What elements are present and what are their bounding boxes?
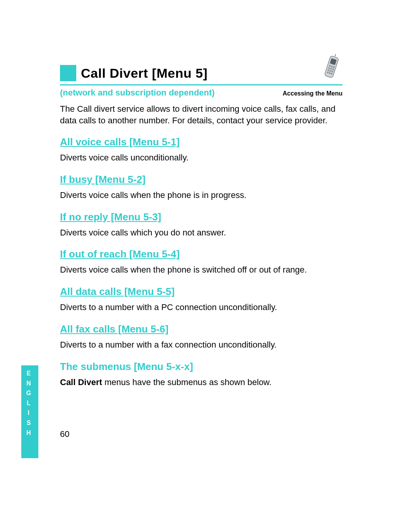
phone-icon <box>321 54 343 81</box>
subtitle: (network and subscription dependent) <box>60 88 215 98</box>
accent-square-icon <box>60 65 76 81</box>
section-heading: All fax calls [Menu 5-6] <box>60 323 168 335</box>
intro-text: The Call divert service allows to divert… <box>60 103 343 126</box>
svg-line-2 <box>335 54 336 56</box>
page-number: 60 <box>60 429 69 439</box>
page-title: Call Divert [Menu 5] <box>81 66 207 81</box>
section-body: Diverts voice calls which you do not ans… <box>60 227 343 239</box>
body-rest: menus have the submenus as shown below. <box>102 377 272 387</box>
section-heading: All data calls [Menu 5-5] <box>60 286 175 298</box>
language-tab-text: ENGLISH <box>26 368 33 438</box>
section-all-data-calls: All data calls [Menu 5-5] Diverts to a n… <box>60 286 343 313</box>
section-body: Diverts to a number with a fax connectio… <box>60 339 343 351</box>
section-body: Call Divert menus have the submenus as s… <box>60 377 343 388</box>
section-body: Diverts voice calls when the phone is in… <box>60 189 343 201</box>
section-all-voice-calls: All voice calls [Menu 5-1] Diverts voice… <box>60 136 343 164</box>
header-row: Call Divert [Menu 5] <box>60 54 343 81</box>
bold-prefix: Call Divert <box>60 377 102 387</box>
section-heading: If out of reach [Menu 5-4] <box>60 248 180 260</box>
section-if-no-reply: If no reply [Menu 5-3] Diverts voice cal… <box>60 211 343 239</box>
header-divider <box>60 84 343 85</box>
section-heading: If busy [Menu 5-2] <box>60 174 146 186</box>
section-if-busy: If busy [Menu 5-2] Diverts voice calls w… <box>60 174 343 201</box>
section-heading: The submenus [Menu 5-x-x] <box>60 361 193 373</box>
section-body: Diverts voice calls unconditionally. <box>60 152 343 164</box>
document-page: Call Divert [Menu 5] <box>60 54 343 398</box>
section-body: Diverts to a number with a PC connection… <box>60 302 343 313</box>
title-block: Call Divert [Menu 5] <box>60 65 207 81</box>
section-submenus: The submenus [Menu 5-x-x] Call Divert me… <box>60 361 343 388</box>
section-heading: All voice calls [Menu 5-1] <box>60 136 180 148</box>
section-all-fax-calls: All fax calls [Menu 5-6] Diverts to a nu… <box>60 323 343 351</box>
subtitle-row: (network and subscription dependent) Acc… <box>60 88 343 98</box>
language-tab: ENGLISH <box>21 365 38 458</box>
section-body: Diverts voice calls when the phone is sw… <box>60 264 343 276</box>
section-heading: If no reply [Menu 5-3] <box>60 211 161 223</box>
section-if-out-of-reach: If out of reach [Menu 5-4] Diverts voice… <box>60 248 343 276</box>
section-label: Accessing the Menu <box>283 90 343 97</box>
